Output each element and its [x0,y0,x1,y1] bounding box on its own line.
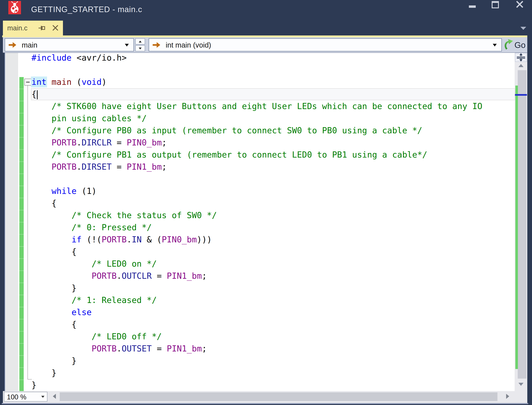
code-line[interactable]: /* STK600 have eight User Buttons and ei… [32,100,482,112]
scope-arrow-icon [8,42,17,49]
code-token: /* STK600 have eight User Buttons and ei… [52,101,482,111]
code-token: PIN0_bm [162,235,197,244]
code-line[interactable]: int main (void) [32,76,107,88]
chevron-down-icon[interactable] [125,44,129,47]
code-token [32,210,72,220]
code-token [47,77,52,87]
code-line[interactable]: /* Check the status of SW0 */ [32,209,217,221]
code-token: PIN0_bm [127,138,162,148]
horizontal-scroll-thumb[interactable] [60,392,498,401]
code-text-area[interactable]: #include <avr/io.h>int main (void){ /* S… [32,52,502,392]
code-token: #include [32,53,72,63]
go-button[interactable]: Go [503,39,529,51]
member-dropdown[interactable]: int main (void) [149,38,502,51]
scroll-left-icon[interactable] [53,394,56,399]
code-line[interactable]: /* 1: Released */ [32,294,157,306]
code-line[interactable]: PORTB.OUTSET = PIN1_bm; [32,343,207,355]
code-token: ; [202,344,207,353]
code-line[interactable]: #include <avr/io.h> [32,52,127,64]
triangle-up-icon [139,41,142,42]
code-line[interactable]: while (1) [32,185,97,197]
breakpoint-margin[interactable] [6,53,18,391]
pin-icon[interactable] [38,25,45,32]
code-token: PORTB [52,138,76,148]
go-arrow-icon [503,39,514,51]
close-icon[interactable] [516,0,524,8]
code-line[interactable]: } [32,355,76,367]
code-token: IN [132,235,142,244]
ladybug-debugger-icon[interactable] [8,1,21,14]
code-token: . [117,271,122,281]
code-line[interactable]: /* Configure PB1 as output (remember to … [32,149,427,161]
code-token: /* LED0 on */ [92,259,157,269]
code-line[interactable]: } [32,367,56,379]
code-token: = [152,271,167,281]
code-token [32,162,52,172]
maximize-icon[interactable] [492,1,499,8]
code-line[interactable]: { [32,197,56,209]
scroll-right-icon[interactable] [506,394,509,399]
editor-split-handle[interactable] [515,53,527,62]
code-token: ; [202,271,207,281]
code-line[interactable]: pin using cables */ [32,112,147,124]
code-token: = [152,344,167,353]
zoom-level-dropdown[interactable]: 100 % [4,392,47,402]
code-token: ) [102,77,107,87]
code-token: PIN1_bm [167,271,202,281]
fold-collapse-icon[interactable] [24,79,31,86]
code-line[interactable]: /* LED0 off */ [32,331,162,343]
scroll-down-icon[interactable] [519,383,524,386]
scrollbar-change-annotation [515,86,518,369]
scope-dropdown[interactable]: main [5,38,134,51]
code-line[interactable]: } [32,282,76,294]
code-token [32,101,52,111]
code-line[interactable]: PORTB.OUTCLR = PIN1_bm; [32,270,207,282]
code-token [32,126,52,135]
code-token [32,223,72,232]
fold-outline-line [27,86,28,379]
tab-list-dropdown-icon[interactable] [520,27,526,30]
vertical-scrollbar[interactable] [515,53,527,391]
spinner-down-button[interactable] [135,45,145,51]
spinner-up-button[interactable] [135,38,145,45]
code-token: PORTB [92,344,116,353]
code-line[interactable]: { [32,318,76,331]
code-line[interactable]: /* LED0 on */ [32,258,157,270]
code-token: ; [162,138,167,148]
code-line[interactable]: PORTB.DIRCLR = PIN0_bm; [32,137,167,149]
code-line[interactable]: /* 0: Pressed */ [32,221,152,234]
code-line[interactable]: else [32,306,92,318]
window-inner-border [2,403,528,404]
code-token [32,307,72,317]
code-line[interactable]: { [32,88,38,100]
minimize-icon[interactable] [469,6,476,8]
code-token: } [32,283,76,293]
code-line[interactable]: PORTB.DIRSET = PIN1_bm; [32,161,167,173]
scope-dropdown-value: main [22,41,37,49]
code-editor[interactable]: #include <avr/io.h>int main (void){ /* S… [5,53,515,391]
code-token [32,344,92,353]
code-token: int [32,77,47,87]
minus-glyph [26,82,30,82]
code-token: OUTSET [122,344,152,353]
tab-main-c[interactable]: main.c [3,21,63,35]
code-token: & ( [142,235,162,244]
change-tracking-bar [19,77,24,391]
code-token [32,186,52,196]
title-bar[interactable]: GETTING_STARTED - main.c [0,0,532,21]
code-line[interactable]: /* Configure PB0 as input (remember to c… [32,124,422,137]
scroll-up-icon[interactable] [519,64,524,67]
code-line[interactable]: } [32,379,37,391]
code-line[interactable]: if (!(PORTB.IN & (PIN0_bm))) [32,234,212,246]
code-line[interactable]: { [32,246,76,258]
vertical-scroll-thumb[interactable] [518,70,526,378]
tab-close-icon[interactable] [52,25,59,31]
zoom-level-value: 100 % [7,393,27,401]
member-dropdown-value: int main (void) [166,41,211,49]
code-token: PORTB [52,162,76,172]
code-token: pin using cables */ [52,113,147,123]
text-caret [37,90,38,99]
chevron-down-icon[interactable] [493,44,497,47]
code-token [32,138,52,148]
go-label: Go [514,40,525,50]
